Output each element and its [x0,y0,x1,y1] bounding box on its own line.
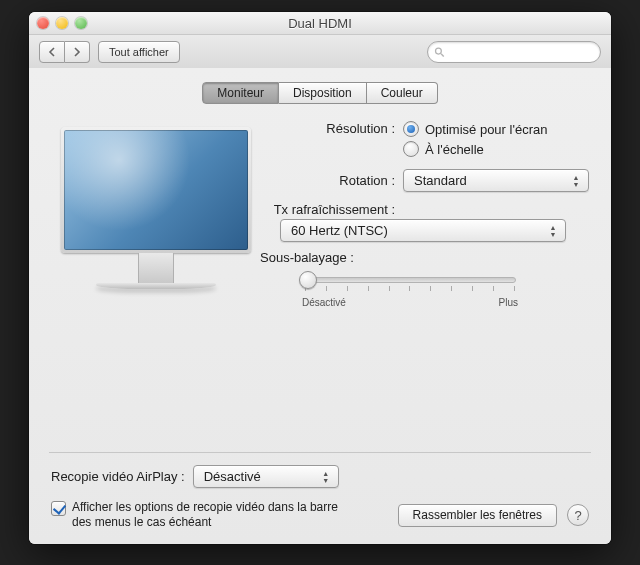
underscan-slider[interactable] [304,277,516,283]
underscan-min-label: Désactivé [302,297,346,308]
radio-icon [403,141,419,157]
resolution-scaled-label: À l'échelle [425,142,484,157]
footer: Recopie vidéo AirPlay : Désactivé ▲▼ Aff… [29,452,611,530]
gather-windows-button[interactable]: Rassembler les fenêtres [398,504,557,527]
minimize-icon[interactable] [56,17,68,29]
toolbar: Tout afficher [29,35,611,70]
svg-point-0 [436,48,442,54]
show-all-button[interactable]: Tout afficher [98,41,180,63]
underscan-max-label: Plus [499,297,518,308]
tab-layout[interactable]: Disposition [279,82,367,104]
search-input[interactable] [449,45,594,59]
back-button[interactable] [39,41,65,63]
tab-monitor[interactable]: Moniteur [202,82,279,104]
resolution-label: Résolution : [260,121,403,136]
titlebar: Dual HDMI [29,12,611,35]
show-mirroring-label: Afficher les options de recopie vidéo da… [72,500,351,530]
show-mirroring-checkbox[interactable]: Afficher les options de recopie vidéo da… [51,500,351,530]
show-all-label: Tout afficher [109,46,169,58]
updown-icon: ▲▼ [318,468,334,486]
zoom-icon[interactable] [75,17,87,29]
content-area: Moniteur Disposition Couleur Résolution … [29,68,611,544]
forward-button[interactable] [65,41,90,63]
rotation-value: Standard [414,173,467,188]
display-illustration [51,115,260,308]
tab-bar: Moniteur Disposition Couleur [29,82,611,104]
chevron-left-icon [48,47,56,57]
refresh-label: Tx rafraîchissement : [260,200,403,217]
preferences-window: Dual HDMI Tout afficher Monit [29,12,611,544]
resolution-best-option[interactable]: Optimisé pour l'écran [403,121,589,137]
tab-color[interactable]: Couleur [367,82,438,104]
close-icon[interactable] [37,17,49,29]
resolution-best-label: Optimisé pour l'écran [425,122,547,137]
checkbox-icon [51,501,66,516]
svg-line-1 [441,54,444,57]
airplay-value: Désactivé [204,469,261,484]
window-title: Dual HDMI [29,16,611,31]
search-field[interactable] [427,41,601,63]
refresh-popup[interactable]: 60 Hertz (NTSC) ▲▼ [280,219,566,242]
help-icon: ? [574,508,581,523]
chevron-right-icon [73,47,81,57]
help-button[interactable]: ? [567,504,589,526]
updown-icon: ▲▼ [568,172,584,190]
rotation-popup[interactable]: Standard ▲▼ [403,169,589,192]
radio-icon [403,121,419,137]
search-icon [434,46,445,58]
airplay-label: Recopie vidéo AirPlay : [51,469,185,484]
updown-icon: ▲▼ [545,222,561,240]
resolution-scaled-option[interactable]: À l'échelle [403,141,589,157]
airplay-popup[interactable]: Désactivé ▲▼ [193,465,339,488]
refresh-value: 60 Hertz (NTSC) [291,223,388,238]
slider-knob[interactable] [299,271,317,289]
underscan-label: Sous-balayage : [260,250,354,265]
rotation-label: Rotation : [260,173,403,188]
